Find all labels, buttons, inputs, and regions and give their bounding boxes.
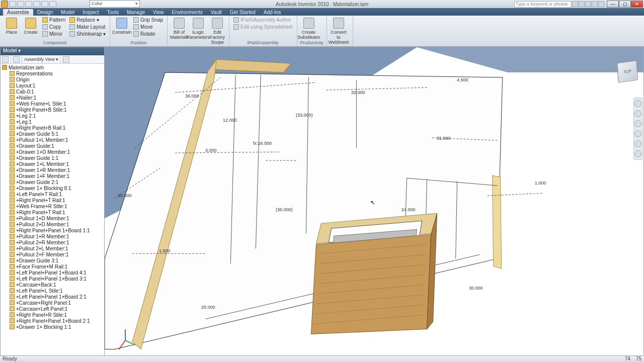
tab-tools[interactable]: Tools (103, 9, 123, 16)
mirror-button[interactable]: Mirror (41, 31, 66, 37)
tree-item[interactable]: +Nailer:1 (1, 95, 104, 101)
browser-options-icon[interactable] (13, 56, 20, 63)
convert-to-button[interactable]: Convert toWeldment (330, 17, 347, 45)
tab-design[interactable]: Design (33, 9, 57, 16)
model-tree[interactable]: Materializer.iamRepresentationsOriginLay… (1, 64, 104, 355)
tree-item[interactable]: +Drawer Guide 1:1 (1, 155, 104, 161)
tree-item[interactable]: +Drawer 1+D Member:1 (1, 149, 104, 155)
tree-item[interactable]: +Pullout 1+L Member:1 (1, 137, 104, 143)
rotate-button[interactable]: Rotate (132, 31, 164, 37)
pan-icon[interactable] (634, 120, 641, 127)
tab-assemble[interactable]: Assemble (3, 9, 33, 16)
tab-environments[interactable]: Environments (168, 9, 207, 16)
ilogic-button[interactable]: iLogicParameters (190, 17, 207, 40)
tab-manage[interactable]: Manage (123, 9, 149, 16)
qat-new-icon[interactable] (9, 1, 16, 7)
tab-view[interactable]: View (149, 9, 168, 16)
tree-item[interactable]: +Right Panel+T Rail:1 (1, 209, 104, 215)
tree-item[interactable]: +Face Frame+M Rail:1 (1, 263, 104, 269)
color-scheme-dropdown[interactable]: Color (90, 0, 140, 8)
create-button[interactable]: CreateSubstitutes (300, 17, 317, 40)
tree-item[interactable]: +Drawer 1+F Member:1 (1, 173, 104, 179)
edit-factory-button[interactable]: Edit FactoryScope (209, 17, 226, 45)
full-nav-wheel-icon[interactable] (634, 150, 641, 157)
tree-item[interactable]: +Right Panel+B Stile:1 (1, 107, 104, 113)
tree-item[interactable]: Cab-0:1 (1, 88, 104, 95)
help-icon[interactable] (598, 1, 604, 7)
tree-item[interactable]: +Leg 2:1 (1, 113, 104, 119)
qat-redo-icon[interactable] (41, 1, 48, 7)
tree-item[interactable]: +Pullout 1+R Member:1 (1, 233, 104, 239)
home-view-icon[interactable] (634, 100, 641, 107)
tree-item[interactable]: +Left Panel+Panel 1+Board 2:1 (1, 294, 104, 300)
copy-button[interactable]: Copy (41, 24, 66, 30)
subscription-icon[interactable] (579, 1, 585, 7)
tree-item[interactable]: +Pullout 1+D Member:1 (1, 215, 104, 221)
pattern-button[interactable]: Pattern (41, 17, 66, 23)
app-menu-icon[interactable] (1, 1, 8, 8)
zoom-icon[interactable] (634, 130, 641, 137)
tree-item[interactable]: +Right Panel+Panel 1+Board 2:1 (1, 318, 104, 324)
tree-item[interactable]: +Left Panel+Panel 1+Board 4:1 (1, 269, 104, 276)
tree-item[interactable]: Layout:1 (1, 82, 104, 88)
bill-of-button[interactable]: Bill ofMaterials (171, 17, 188, 40)
move-button[interactable]: Move (132, 24, 164, 30)
maximize-button[interactable]: ▢ (619, 1, 631, 8)
qat-open-icon[interactable] (17, 1, 24, 7)
tree-item[interactable]: +Right Panel+B Rail:1 (1, 125, 104, 131)
find-icon[interactable] (63, 56, 69, 63)
tree-item[interactable]: +Drawer Guide 3:1 (1, 257, 104, 263)
constrain-button[interactable]: Constrain (113, 17, 130, 35)
qat-save-icon[interactable] (25, 1, 32, 7)
favorites-icon[interactable] (592, 1, 598, 7)
tree-item[interactable]: +Right Panel+R Stile:1 (1, 312, 104, 318)
assembly-view-dropdown[interactable]: Assembly View ▾ (24, 57, 58, 62)
tree-item[interactable]: +Pullout 2+R Member:1 (1, 239, 104, 245)
tree-item[interactable]: +Left Panel+Panel 1+Board 3:1 (1, 276, 104, 282)
tree-item[interactable]: +Carcase+Right Panel:1 (1, 300, 104, 306)
replace--button[interactable]: Replace ▾ (68, 17, 107, 23)
look-at-icon[interactable] (634, 140, 641, 147)
create-button[interactable]: Create (22, 17, 39, 35)
shrinkwrap--button[interactable]: Shrinkwrap ▾ (68, 31, 107, 37)
tab-inspect[interactable]: Inspect (78, 9, 103, 16)
tab-model[interactable]: Model (57, 9, 78, 16)
orbit-icon[interactable] (634, 110, 641, 117)
place-button[interactable]: Place (3, 17, 20, 35)
search-icon[interactable] (572, 1, 578, 7)
tree-item[interactable]: +Right Panel+T Rail:1 (1, 197, 104, 203)
search-input[interactable]: Type a keyword or phrase (514, 1, 572, 8)
qat-undo-icon[interactable] (33, 1, 40, 7)
qat-print-icon[interactable] (49, 1, 56, 7)
tree-item[interactable]: Materializer.iam (1, 64, 104, 70)
tree-item[interactable]: Representations (1, 70, 104, 76)
tree-item[interactable]: +Pullout 2+F Member:1 (1, 251, 104, 257)
make-layout-button[interactable]: Make Layout (68, 24, 107, 30)
tree-item[interactable]: +Drawer 1+ Blocking 1:1 (1, 324, 104, 330)
tree-item[interactable]: +Right Panel+Panel 1+Board 1:1 (1, 227, 104, 233)
tree-item[interactable]: +Drawer 1+L Member:1 (1, 161, 104, 167)
close-button[interactable]: ✕ (631, 1, 643, 8)
grip-snap-button[interactable]: Grip Snap (132, 17, 164, 23)
tree-item[interactable]: +Web Frame+L Stile:1 (1, 101, 104, 107)
tree-item[interactable]: +Carcase+Left Panel:1 (1, 306, 104, 312)
tab-get-started[interactable]: Get Started (226, 9, 260, 16)
tree-item[interactable]: +Pullout 2+D Member:1 (1, 221, 104, 227)
tree-item[interactable]: +Drawer 1+ Blocking 8:1 (1, 185, 104, 191)
tab-add-ins[interactable]: Add-Ins (260, 9, 285, 16)
tree-item[interactable]: +Carcase+Back:1 (1, 282, 104, 288)
tree-item[interactable]: +Drawer Guide 2:1 (1, 179, 104, 185)
tree-item[interactable]: Origin (1, 76, 104, 82)
filter-icon[interactable] (2, 56, 9, 63)
viewcube[interactable]: TOP (617, 60, 638, 83)
minimize-button[interactable]: — (607, 1, 619, 8)
tree-item[interactable]: +Drawer Guide:1 (1, 143, 104, 149)
tree-item[interactable]: +Drawer 1+R Member:1 (1, 167, 104, 173)
tree-item[interactable]: +Left Panel+T Rail:1 (1, 191, 104, 197)
tab-vault[interactable]: Vault (207, 9, 226, 16)
viewport-3d[interactable]: — ▢ ✕ (105, 47, 644, 356)
browser-header[interactable]: Model ▾ (1, 47, 104, 55)
comm-center-icon[interactable] (585, 1, 591, 7)
tree-item[interactable]: +Left Panel+L Stile:1 (1, 288, 104, 294)
tree-item[interactable]: +Leg:1 (1, 119, 104, 125)
